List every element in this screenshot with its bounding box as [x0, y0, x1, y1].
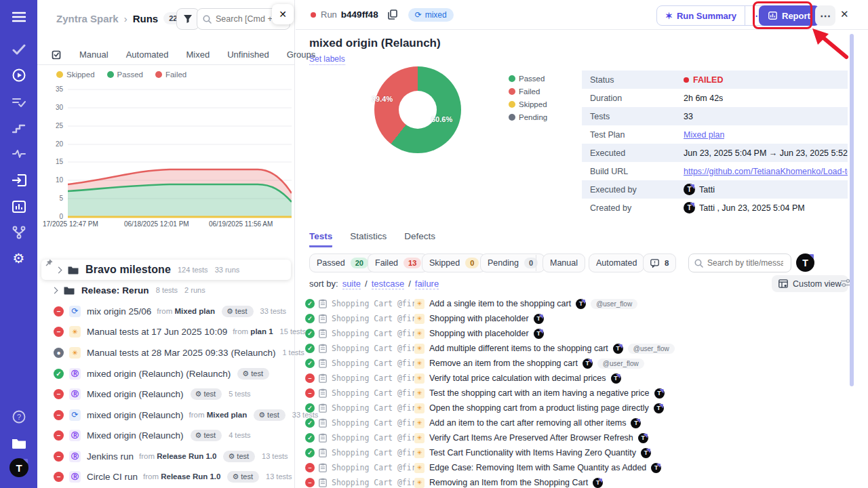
suite-name[interactable]: Shopping Cart @firs...	[332, 463, 414, 472]
suite-name[interactable]: Shopping Cart @firs...	[332, 344, 414, 353]
help-icon[interactable]: ?	[0, 407, 37, 427]
suite-name[interactable]: Shopping Cart @firs...	[332, 448, 414, 458]
plan-link[interactable]: plan 1	[250, 327, 273, 336]
close-detail-button[interactable]: ✕	[840, 8, 849, 20]
run-row[interactable]: – Ⓡ Jenkins run from Release Run 1.0 ⚙te…	[37, 447, 295, 465]
run-row[interactable]: – Ⓡ Circle CI run from Release Run 1.0 ⚙…	[37, 468, 295, 485]
tab-tests[interactable]: Tests	[309, 231, 332, 247]
filter-skipped[interactable]: Skipped0	[422, 253, 486, 272]
group-row-bravo[interactable]: Bravo milestone 124 tests 33 runs	[41, 260, 291, 280]
run-row[interactable]: – Ⓡ Mixed origin (Relaunch) ⚙test 5 test…	[37, 385, 295, 403]
check-icon[interactable]	[0, 39, 37, 60]
projects-folder-icon[interactable]	[0, 432, 37, 453]
test-row[interactable]: ✓ Shopping Cart @firs... ✳ Shopping with…	[305, 326, 848, 341]
plan-link[interactable]: Mixed plan	[175, 307, 215, 315]
assignee-avatar[interactable]: T	[796, 253, 814, 272]
legend-passed[interactable]: Passed	[107, 70, 143, 79]
test-row[interactable]: ✓ Shopping Cart @firs... ✳ Verify Cart I…	[305, 430, 848, 445]
build-url-link[interactable]: https://github.com/TetianaKhomenko/Load-…	[684, 167, 848, 176]
run-row[interactable]: – ⟳ mixed origin (Relaunch) from Mixed p…	[37, 406, 295, 424]
test-row[interactable]: – Shopping Cart @firs... ✳ Removing an I…	[305, 475, 848, 488]
steps-icon[interactable]	[0, 118, 37, 138]
test-row[interactable]: ✓ Shopping Cart @firs... ✳ Remove an ite…	[305, 356, 848, 371]
test-row[interactable]: – Shopping Cart @firs... ✳ Verify total …	[305, 371, 848, 386]
test-title[interactable]: Edge Case: Removing Item with Same Quant…	[429, 463, 646, 472]
group-row-release[interactable]: Release: Rerun 8 tests 2 runs	[37, 281, 295, 299]
run-row[interactable]: ● ✳ Manual tests at 28 Mar 2025 09:33 (R…	[37, 344, 295, 361]
filter-failed[interactable]: Failed13	[368, 253, 429, 272]
suite-name[interactable]: Shopping Cart @firs...	[332, 329, 414, 338]
test-row[interactable]: ✓ Shopping Cart @firs... ✳ Add multiple …	[305, 341, 848, 356]
scrollbar[interactable]	[850, 34, 854, 386]
test-title[interactable]: Verify total price calculation with deci…	[429, 373, 606, 383]
tab-manual[interactable]: Manual	[79, 49, 108, 60]
tag-chip[interactable]: @user_flow	[628, 344, 675, 354]
suite-name[interactable]: Shopping Cart @firs...	[332, 314, 414, 323]
copy-icon[interactable]	[388, 9, 397, 20]
panel-close-button[interactable]: ✕	[272, 4, 294, 24]
suite-name[interactable]: Shopping Cart @firs...	[332, 478, 414, 487]
tab-statistics[interactable]: Statistics	[350, 231, 387, 247]
user-avatar[interactable]: T	[9, 458, 28, 477]
legend-failed[interactable]: Failed	[509, 87, 547, 96]
project-name[interactable]: Zyntra Spark	[56, 13, 119, 24]
plan-link[interactable]: Release Run 1.0	[161, 472, 220, 481]
suite-name[interactable]: Shopping Cart @firs...	[332, 433, 414, 443]
run-summary-button[interactable]: ✶ Run Summary	[657, 11, 745, 21]
test-title[interactable]: Add a single item to the shopping cart	[429, 299, 571, 308]
tab-unfinished[interactable]: Unfinished	[227, 49, 269, 60]
test-title[interactable]: Add an item to the cart after removing a…	[429, 418, 626, 428]
run-row[interactable]: – ⟳ mix origin 25/06 from Mixed plan ⚙te…	[37, 302, 295, 320]
sort-by-suite[interactable]: suite	[342, 279, 361, 289]
filter-automated[interactable]: Automated	[589, 253, 644, 272]
test-title[interactable]: Remove an item from the shopping cart	[429, 359, 578, 368]
legend-passed[interactable]: Passed	[509, 75, 547, 83]
chevron-right-icon[interactable]	[52, 287, 58, 293]
suite-name[interactable]: Shopping Cart @firs...	[332, 359, 414, 368]
run-row[interactable]: – ✳ Manual tests at 17 Jun 2025 10:09 fr…	[37, 323, 295, 340]
sign-in-icon[interactable]	[0, 170, 37, 190]
legend-pending[interactable]: Pending	[509, 113, 547, 121]
sort-by-failure[interactable]: failure	[415, 279, 439, 289]
filter-passed[interactable]: Passed20	[309, 253, 376, 272]
test-row[interactable]: – Shopping Cart @firs... ✳ Test the shop…	[305, 386, 848, 401]
test-row[interactable]: ✓ Shopping Cart @firs... ✳ Shopping with…	[305, 311, 848, 326]
sort-by-testcase[interactable]: testcase	[372, 279, 404, 289]
test-row[interactable]: – Shopping Cart @firs... ✳ Edge Case: Re…	[305, 460, 848, 475]
custom-view-button[interactable]: Custom view	[772, 275, 848, 292]
test-title[interactable]: Shopping with placeholder	[429, 314, 529, 323]
test-title[interactable]: Removing an Item from the Shopping Cart	[429, 478, 588, 487]
test-row[interactable]: ✓ Shopping Cart @firs... ✳ Add an item t…	[305, 415, 848, 430]
report-button[interactable]: Report	[759, 5, 820, 26]
tag-chip[interactable]: @user_flow	[597, 359, 644, 369]
plan-link[interactable]: Mixed plan	[207, 411, 247, 419]
play-circle-icon[interactable]	[0, 65, 37, 85]
test-row[interactable]: ✓ Shopping Cart @firs... ✳ Add a single …	[305, 296, 848, 311]
filter-manual[interactable]: Manual	[542, 253, 585, 272]
tab-defects[interactable]: Defects	[404, 231, 435, 247]
plan-link[interactable]: Release Run 1.0	[157, 452, 216, 460]
tag-chip[interactable]: @user_flow	[591, 299, 637, 309]
suite-name[interactable]: Shopping Cart @firs...	[332, 418, 414, 428]
git-branch-icon[interactable]	[0, 222, 37, 243]
settings-gear-icon[interactable]: ⚙	[0, 248, 37, 268]
suite-name[interactable]: Shopping Cart @firs...	[332, 373, 414, 383]
test-plan-link[interactable]: Mixed plan	[684, 130, 724, 140]
test-row[interactable]: ✓ Shopping Cart @firs... ✳ Test Cart Fun…	[305, 445, 848, 460]
tests-search[interactable]	[688, 253, 791, 272]
test-title[interactable]: Add multiple different items to the shop…	[429, 344, 608, 353]
test-title[interactable]: Test Cart Functionality with Items Havin…	[429, 448, 636, 458]
activity-icon[interactable]	[0, 144, 37, 164]
test-title[interactable]: Verify Cart Items Are Preserved After Br…	[429, 433, 633, 443]
tab-mixed[interactable]: Mixed	[186, 49, 210, 60]
chevron-right-icon[interactable]	[56, 266, 62, 273]
bar-chart-icon[interactable]	[0, 197, 37, 217]
suite-name[interactable]: Shopping Cart @firs...	[332, 299, 414, 308]
test-title[interactable]: Shopping with placeholder	[429, 329, 529, 338]
select-runs-icon[interactable]	[51, 49, 62, 60]
tab-automated[interactable]: Automated	[126, 49, 169, 60]
tab-groups[interactable]: Groups	[287, 49, 316, 60]
filter-button[interactable]	[176, 8, 199, 30]
more-options-button[interactable]: ⋯	[815, 5, 835, 26]
tests-search-input[interactable]	[707, 258, 783, 268]
